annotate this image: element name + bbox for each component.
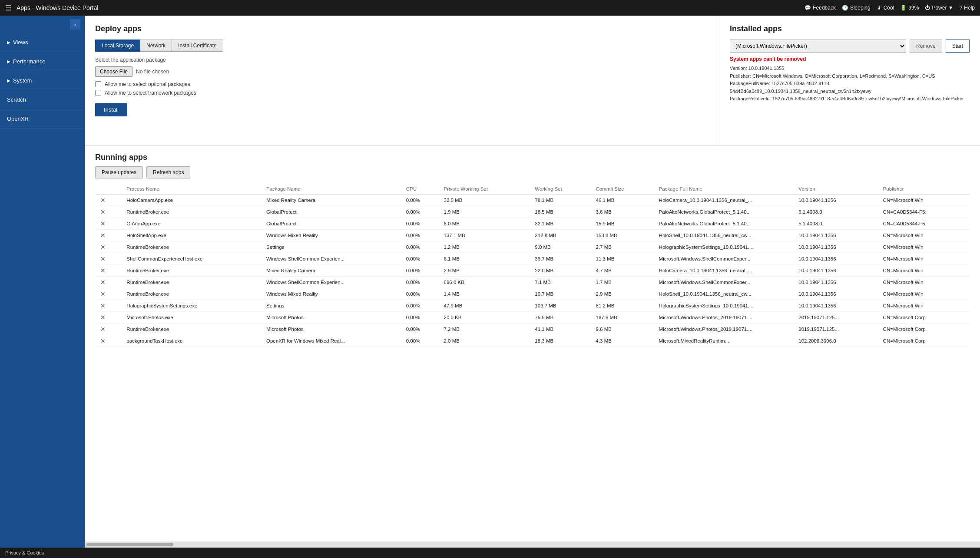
apps-table-container: Process Name Package Name CPU Private Wo… [95, 184, 970, 347]
table-row: ✕ RuntimeBroker.exe GlobalProtect 0.00% … [95, 206, 970, 218]
cpu-cell: 0.00% [403, 253, 440, 265]
private-ws-cell: 20.0 KB [440, 312, 532, 324]
topbar: ☰ Apps - Windows Device Portal 💬 Feedbac… [0, 0, 980, 16]
kill-button[interactable]: ✕ [99, 314, 107, 321]
sleeping-btn[interactable]: 🕐 Sleeping [842, 5, 871, 11]
ws-cell: 78.1 MB [531, 195, 592, 206]
commit-cell: 9.6 MB [593, 324, 656, 335]
ws-cell: 18.5 MB [531, 206, 592, 218]
main-layout: ‹ ▶ Views ▶ Performance ▶ System Scratch… [0, 16, 980, 548]
publisher-cell: CN=Microsoft Win [880, 300, 970, 312]
optional-packages-checkbox[interactable] [95, 81, 101, 87]
menu-hamburger-icon[interactable]: ☰ [5, 4, 11, 12]
pkg-full-cell: PaloAltoNetworks.GlobalProtect_5.1.40... [656, 206, 795, 218]
cpu-cell: 0.00% [403, 195, 440, 206]
commit-cell: 2.9 MB [593, 288, 656, 300]
commit-cell: 153.8 MB [593, 230, 656, 241]
private-ws-cell: 6.0 MB [440, 218, 532, 230]
start-button[interactable]: Start [946, 40, 970, 53]
col-commit: Commit Size [593, 184, 656, 195]
framework-packages-checkbox[interactable] [95, 90, 101, 96]
sidebar-item-system[interactable]: ▶ System [0, 71, 85, 90]
kill-button[interactable]: ✕ [99, 279, 107, 286]
cpu-cell: 0.00% [403, 265, 440, 277]
kill-button[interactable]: ✕ [99, 232, 107, 239]
pkg-full-cell: HoloCamera_10.0.19041.1356_neutral_... [656, 195, 795, 206]
process-cell: HoloCameraApp.exe [123, 195, 263, 206]
file-row: Choose File No file chosen [95, 66, 709, 77]
publisher-cell: CN=CA0D5344-F5: [880, 206, 970, 218]
kill-button[interactable]: ✕ [99, 267, 107, 274]
kill-button[interactable]: ✕ [99, 255, 107, 262]
topbar-actions: 💬 Feedback 🕐 Sleeping 🌡 Cool 🔋 99% ⏻ Pow… [805, 5, 975, 11]
publisher-cell: CN=Microsoft Corp [880, 312, 970, 324]
tab-local-storage[interactable]: Local Storage [95, 40, 140, 52]
refresh-apps-button[interactable]: Refresh apps [146, 166, 190, 178]
kill-cell: ✕ [95, 288, 123, 300]
install-button[interactable]: Install [95, 103, 127, 116]
installed-app-select[interactable]: (Microsoft.Windows.FilePicker) [730, 40, 906, 53]
col-kill [95, 184, 123, 195]
scroll-thumb[interactable] [86, 543, 173, 546]
running-panel: Running apps Pause updates Refresh apps … [85, 146, 980, 541]
cpu-cell: 0.00% [403, 300, 440, 312]
performance-arrow-icon: ▶ [7, 59, 10, 64]
kill-button[interactable]: ✕ [99, 220, 107, 227]
power-btn[interactable]: ⏻ Power ▼ [925, 5, 953, 11]
kill-button[interactable]: ✕ [99, 244, 107, 251]
sidebar-collapse-button[interactable]: ‹ [70, 19, 80, 30]
sidebar-item-scratch[interactable]: Scratch [0, 90, 85, 109]
sidebar-item-performance[interactable]: ▶ Performance [0, 52, 85, 71]
private-ws-cell: 32.5 MB [440, 195, 532, 206]
tab-install-certificate[interactable]: Install Certificate [172, 40, 223, 52]
optional-packages-row: Allow me to select optional packages [95, 81, 709, 87]
publisher-cell: CN=Microsoft Win [880, 288, 970, 300]
pause-updates-button[interactable]: Pause updates [95, 166, 143, 178]
help-btn[interactable]: ? Help [960, 5, 975, 11]
running-apps-table: Process Name Package Name CPU Private Wo… [95, 184, 970, 347]
version-cell: 10.0.19041.1356 [795, 195, 879, 206]
horizontal-scrollbar[interactable] [85, 541, 980, 548]
publisher-label: Publisher: CN=Microsoft Windows, O=Micro… [730, 73, 970, 80]
installed-title: Installed apps [730, 24, 970, 33]
package-cell: Microsoft Photos [263, 324, 403, 335]
kill-button[interactable]: ✕ [99, 326, 107, 333]
kill-button[interactable]: ✕ [99, 291, 107, 297]
table-row: ✕ Microsoft.Photos.exe Microsoft Photos … [95, 312, 970, 324]
deploy-tabs: Local Storage Network Install Certificat… [95, 40, 709, 52]
process-cell: RuntimeBroker.exe [123, 206, 263, 218]
apps-table-body: ✕ HoloCameraApp.exe Mixed Reality Camera… [95, 195, 970, 347]
feedback-btn[interactable]: 💬 Feedback [805, 5, 836, 11]
private-ws-cell: 1.4 MB [440, 288, 532, 300]
kill-cell: ✕ [95, 324, 123, 335]
footer-label[interactable]: Privacy & Cookies [5, 550, 44, 555]
process-cell: RuntimeBroker.exe [123, 277, 263, 288]
choose-file-button[interactable]: Choose File [95, 66, 132, 77]
kill-button[interactable]: ✕ [99, 197, 107, 204]
private-ws-cell: 1.9 MB [440, 206, 532, 218]
publisher-cell: CN=Microsoft Win [880, 253, 970, 265]
col-cpu: CPU [403, 184, 440, 195]
views-arrow-icon: ▶ [7, 40, 10, 45]
ws-cell: 10.7 MB [531, 288, 592, 300]
kill-button[interactable]: ✕ [99, 337, 107, 344]
sidebar-item-performance-label: Performance [13, 58, 45, 65]
pkg-full-label: PackageFullName: 1527c705-839a-4832-9118… [730, 80, 970, 95]
remove-button[interactable]: Remove [910, 40, 942, 53]
kill-button[interactable]: ✕ [99, 302, 107, 309]
kill-cell: ✕ [95, 206, 123, 218]
kill-cell: ✕ [95, 218, 123, 230]
kill-cell: ✕ [95, 335, 123, 347]
sidebar-item-openxr[interactable]: OpenXR [0, 109, 85, 129]
sidebar-item-views[interactable]: ▶ Views [0, 33, 85, 52]
cool-btn[interactable]: 🌡 Cool [877, 5, 894, 11]
tab-network[interactable]: Network [140, 40, 172, 52]
package-cell: OpenXR for Windows Mixed Real... [263, 335, 403, 347]
battery-btn[interactable]: 🔋 99% [900, 5, 919, 11]
kill-button[interactable]: ✕ [99, 208, 107, 215]
table-row: ✕ RuntimeBroker.exe Mixed Reality Camera… [95, 265, 970, 277]
version-cell: 102.2006.3006.0 [795, 335, 879, 347]
commit-cell: 4.3 MB [593, 335, 656, 347]
publisher-cell: CN=Microsoft Corp [880, 335, 970, 347]
commit-cell: 61.2 MB [593, 300, 656, 312]
